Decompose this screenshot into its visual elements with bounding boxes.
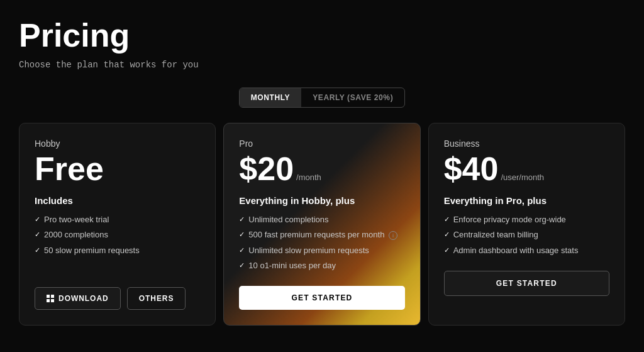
- check-icon: ✓: [35, 246, 40, 255]
- list-item: ✓ 2000 completions: [35, 227, 200, 242]
- check-icon: ✓: [35, 230, 40, 239]
- yearly-toggle[interactable]: YEARLY (SAVE 20%): [301, 88, 404, 107]
- business-includes-heading: Everything in Pro, plus: [444, 195, 609, 206]
- list-item: ✓ Admin dashboard with usage stats: [444, 243, 609, 258]
- pro-feature-list: ✓ Unlimited completions ✓ 500 fast premi…: [239, 212, 404, 273]
- check-icon: ✓: [35, 215, 40, 224]
- windows-icon: [47, 295, 54, 302]
- download-button[interactable]: DOWNLOAD: [35, 287, 121, 310]
- feature-text: 2000 completions: [44, 229, 108, 241]
- hobby-plan-card: Hobby Free Includes ✓ Pro two-week trial…: [19, 123, 216, 326]
- monthly-toggle[interactable]: MONTHLY: [240, 88, 301, 107]
- business-get-started-button[interactable]: GET STARTED: [444, 271, 609, 296]
- page-title: Pricing: [19, 18, 625, 54]
- pro-includes-heading: Everything in Hobby, plus: [239, 195, 404, 206]
- feature-text: 500 fast premium requests per month i: [248, 229, 397, 241]
- feature-text: 10 o1-mini uses per day: [248, 260, 336, 271]
- toggle-group: MONTHLY YEARLY (SAVE 20%): [239, 88, 405, 108]
- check-icon: ✓: [239, 261, 245, 270]
- plans-grid: Hobby Free Includes ✓ Pro two-week trial…: [19, 123, 625, 326]
- pro-price-period: /month: [296, 173, 321, 182]
- list-item: ✓ 500 fast premium requests per month i: [239, 227, 404, 242]
- list-item: ✓ Centralized team billing: [444, 227, 609, 242]
- feature-text: Admin dashboard with usage stats: [453, 245, 579, 256]
- hobby-plan-name: Hobby: [35, 139, 200, 149]
- list-item: ✓ Pro two-week trial: [35, 212, 200, 227]
- page-container: Pricing Choose the plan that works for y…: [0, 0, 644, 344]
- feature-text: 50 slow premium requests: [44, 245, 140, 256]
- list-item: ✓ Enforce privacy mode org-wide: [444, 212, 609, 227]
- feature-text: Unlimited completions: [248, 214, 328, 225]
- business-feature-list: ✓ Enforce privacy mode org-wide ✓ Centra…: [444, 212, 609, 258]
- billing-toggle: MONTHLY YEARLY (SAVE 20%): [19, 88, 625, 108]
- check-icon: ✓: [239, 230, 245, 239]
- feature-text: Pro two-week trial: [44, 214, 109, 225]
- business-price-amount: $40: [444, 152, 499, 185]
- feature-text: Enforce privacy mode org-wide: [453, 214, 566, 225]
- pro-plan-card: Pro $20 /month Everything in Hobby, plus…: [223, 123, 420, 326]
- check-icon: ✓: [444, 230, 450, 239]
- hobby-includes-heading: Includes: [35, 195, 200, 206]
- check-icon: ✓: [444, 246, 450, 255]
- list-item: ✓ Unlimited slow premium requests: [239, 243, 404, 258]
- hobby-btn-group: DOWNLOAD OTHERS: [35, 287, 200, 310]
- download-label: DOWNLOAD: [58, 294, 109, 303]
- business-plan-name: Business: [444, 139, 609, 149]
- info-icon[interactable]: i: [389, 231, 397, 240]
- list-item: ✓ Unlimited completions: [239, 212, 404, 227]
- list-item: ✓ 10 o1-mini uses per day: [239, 258, 404, 273]
- business-price-period: /user/month: [501, 173, 544, 182]
- others-button[interactable]: OTHERS: [127, 287, 186, 310]
- pro-plan-name: Pro: [239, 139, 404, 149]
- check-icon: ✓: [239, 215, 245, 224]
- hobby-feature-list: ✓ Pro two-week trial ✓ 2000 completions …: [35, 212, 200, 258]
- hobby-price-amount: Free: [35, 152, 104, 185]
- hobby-plan-price: Free: [35, 152, 200, 185]
- check-icon: ✓: [444, 215, 450, 224]
- feature-text: Unlimited slow premium requests: [248, 245, 369, 256]
- page-subtitle: Choose the plan that works for you: [19, 60, 625, 70]
- list-item: ✓ 50 slow premium requests: [35, 243, 200, 258]
- business-plan-card: Business $40 /user/month Everything in P…: [428, 123, 625, 326]
- pro-plan-price: $20 /month: [239, 152, 404, 185]
- feature-text: Centralized team billing: [453, 229, 538, 241]
- business-plan-price: $40 /user/month: [444, 152, 609, 185]
- pro-price-amount: $20: [239, 152, 294, 185]
- check-icon: ✓: [239, 246, 245, 255]
- pro-get-started-button[interactable]: GET STARTED: [239, 286, 404, 310]
